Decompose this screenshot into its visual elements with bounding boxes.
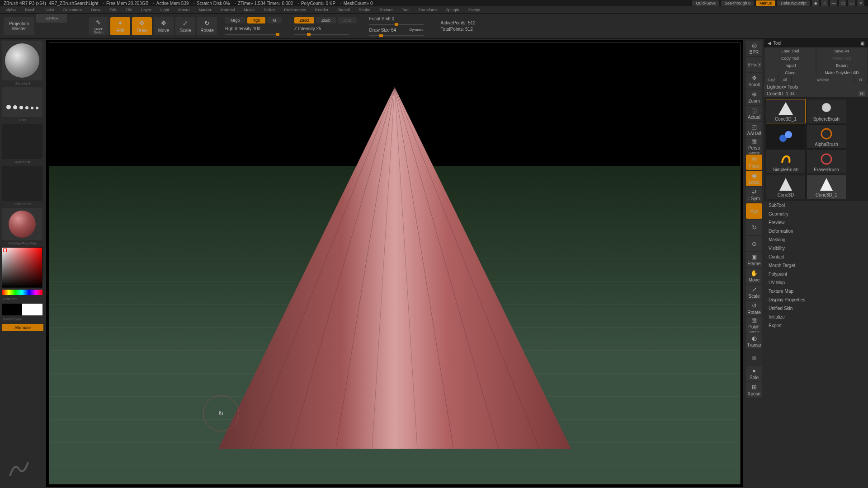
goz-visible-button[interactable]: Visible bbox=[792, 76, 854, 84]
nav-aahalf[interactable]: ◰AAHalf bbox=[746, 122, 762, 137]
home-icon[interactable]: ⌂ bbox=[821, 0, 828, 6]
nav-persp[interactable]: ▦PerspDynamic bbox=[746, 138, 762, 154]
section-uv-map[interactable]: UV Map bbox=[764, 278, 868, 287]
texture-selector[interactable] bbox=[2, 166, 42, 201]
rotate-mode-button[interactable]: ↻Rotate bbox=[197, 17, 217, 35]
brush-selector[interactable] bbox=[2, 41, 42, 80]
menu-movie[interactable]: Movie bbox=[240, 8, 258, 12]
hue-slider[interactable] bbox=[2, 290, 42, 295]
menu-color[interactable]: Color bbox=[41, 8, 58, 12]
menu-document[interactable]: Document bbox=[60, 8, 85, 12]
nav-scroll[interactable]: ✥Scroll bbox=[746, 73, 762, 89]
zsub-button[interactable]: Zsub bbox=[316, 17, 336, 23]
m-button[interactable]: M bbox=[267, 17, 282, 23]
tool-cone3d-1[interactable]: Cone3D_1 bbox=[766, 99, 806, 123]
import-button[interactable]: Import bbox=[765, 62, 816, 69]
menu-render[interactable]: Render bbox=[311, 8, 332, 12]
color-picker[interactable] bbox=[2, 247, 42, 288]
nav-bpr[interactable]: ◎BPR bbox=[746, 41, 762, 56]
quicksketch-button[interactable]: ✎Quick Sketch bbox=[89, 17, 108, 35]
export-button[interactable]: Export bbox=[816, 62, 867, 69]
load-tool-button[interactable]: Load Tool bbox=[765, 47, 816, 55]
nav-local[interactable]: ◉Local bbox=[746, 171, 762, 186]
nav-◼[interactable]: ◼ bbox=[746, 350, 762, 365]
nav-solo[interactable]: ●Solo bbox=[746, 366, 762, 381]
viewport[interactable] bbox=[46, 40, 743, 487]
nav-frame[interactable]: ▣Frame bbox=[746, 252, 762, 267]
section-initialize[interactable]: Initialize bbox=[764, 313, 868, 321]
dock-icon[interactable]: ▣ bbox=[860, 41, 864, 46]
goz-button[interactable]: GoZ bbox=[765, 76, 778, 84]
tool-empty[interactable] bbox=[766, 124, 806, 149]
rgb-button[interactable]: Rgb bbox=[247, 17, 266, 23]
section-visibility[interactable]: Visibility bbox=[764, 244, 868, 253]
nav-move[interactable]: ✋Move bbox=[746, 268, 762, 284]
back-icon[interactable]: ◀ bbox=[768, 41, 771, 46]
menu-macro[interactable]: Macro bbox=[175, 8, 193, 12]
zadd-button[interactable]: Zadd bbox=[294, 17, 315, 23]
section-subtool[interactable]: SubTool bbox=[764, 201, 868, 210]
nav-scale[interactable]: ⤢Scale bbox=[746, 285, 762, 300]
section-polypaint[interactable]: Polypaint bbox=[764, 270, 868, 278]
alternate-button[interactable]: Alternate bbox=[2, 324, 43, 331]
menu-zscript[interactable]: Zscript bbox=[465, 8, 484, 12]
projection-master-button[interactable]: Projection Master bbox=[4, 17, 34, 35]
tool-cone3d[interactable]: Cone3D bbox=[766, 175, 806, 199]
goz-r-button[interactable]: R bbox=[854, 76, 867, 84]
quicksave-button[interactable]: QuickSave bbox=[692, 0, 719, 6]
nav-xyz[interactable]: Xyz bbox=[746, 203, 762, 219]
menu-tool[interactable]: Tool bbox=[398, 8, 413, 12]
menu-material[interactable]: Material bbox=[217, 8, 238, 12]
tool-alphabrush[interactable]: AlphaBrush bbox=[807, 124, 846, 149]
copy-tool-button[interactable]: Copy Tool bbox=[765, 55, 816, 62]
close-icon[interactable]: ✕ bbox=[857, 0, 864, 6]
nav-zoom[interactable]: ⊕Zoom bbox=[746, 89, 762, 105]
clone-button[interactable]: Clone bbox=[765, 69, 816, 76]
menu-picker[interactable]: Picker bbox=[260, 8, 278, 12]
section-deformation[interactable]: Deformation bbox=[764, 227, 868, 235]
menu-preferences[interactable]: Preferences bbox=[280, 8, 310, 12]
move-mode-button[interactable]: ✥Move bbox=[154, 17, 174, 35]
menu-marker[interactable]: Marker bbox=[195, 8, 215, 12]
nav-rotate[interactable]: ↺Rotate bbox=[746, 301, 762, 316]
menu-transform[interactable]: Transform bbox=[415, 8, 440, 12]
menu-light[interactable]: Light bbox=[157, 8, 173, 12]
tool-simplebrush[interactable]: SimpleBrush bbox=[766, 150, 806, 174]
section-contact[interactable]: Contact bbox=[764, 253, 868, 261]
menus-toggle[interactable]: Menus bbox=[756, 0, 775, 6]
menu-stencil[interactable]: Stencil bbox=[334, 8, 353, 12]
rgb-intensity-slider[interactable]: Rgb Intensity 100 bbox=[225, 26, 282, 35]
hide-icon[interactable]: ▭ bbox=[848, 0, 855, 6]
section-geometry[interactable]: Geometry bbox=[764, 210, 868, 218]
nav-actual[interactable]: ◱Actual bbox=[746, 106, 762, 121]
section-export[interactable]: Export bbox=[764, 321, 868, 330]
material-selector[interactable] bbox=[2, 208, 42, 240]
nav-transp[interactable]: ◐Transp bbox=[746, 333, 762, 349]
switchcolor-button[interactable]: SwitchColor bbox=[2, 316, 43, 322]
paste-tool-button[interactable]: Paste Tool bbox=[816, 55, 867, 62]
max-icon[interactable]: ◻ bbox=[839, 0, 846, 6]
nav-xpose[interactable]: ⊞Xpose bbox=[746, 382, 762, 398]
z-intensity-slider[interactable]: Z Intensity 25 bbox=[294, 26, 357, 35]
tool-cone3d-1b[interactable]: Cone3D_1 bbox=[807, 175, 846, 199]
section-morph-target[interactable]: Morph Target bbox=[764, 261, 868, 270]
lightbox-button[interactable]: LightBox bbox=[36, 14, 67, 23]
section-display-properties[interactable]: Display Properties bbox=[764, 296, 868, 304]
edit-mode-button[interactable]: ✦Edit bbox=[110, 17, 130, 35]
menu-zplugin[interactable]: Zplugin bbox=[442, 8, 463, 12]
draw-size-slider[interactable]: Draw Size 64Dynamic bbox=[369, 28, 424, 36]
nav-floor[interactable]: ▤Floor bbox=[746, 155, 762, 170]
seethrough-slider[interactable]: See-through 0 bbox=[721, 0, 754, 6]
zcut-button[interactable]: Zcut bbox=[338, 17, 357, 23]
save-as-button[interactable]: Save As bbox=[816, 47, 867, 55]
menu-alpha[interactable]: Alpha bbox=[2, 8, 19, 12]
menu-edit[interactable]: Edit bbox=[106, 8, 120, 12]
default-zscript[interactable]: DefaultZScript bbox=[777, 0, 810, 6]
make-polymesh-button[interactable]: Make PolyMesh3D bbox=[816, 69, 867, 76]
color-swatches[interactable] bbox=[2, 304, 43, 315]
menu-file[interactable]: File bbox=[122, 8, 136, 12]
section-unified-skin[interactable]: Unified Skin bbox=[764, 304, 868, 313]
gradient-label[interactable]: Gradient bbox=[2, 296, 43, 302]
alpha-selector[interactable] bbox=[2, 124, 42, 159]
tool-spherebrush[interactable]: SphereBrush bbox=[807, 99, 846, 123]
